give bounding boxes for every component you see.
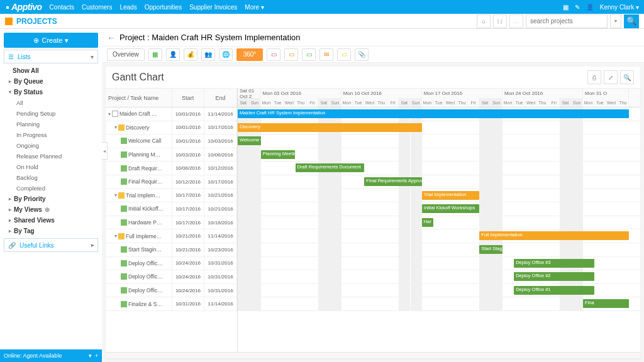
chart-icon[interactable]: ⫿⫿: [493, 14, 507, 28]
gantt-bar[interactable]: Deploy Office #2: [514, 272, 594, 281]
bell-icon[interactable]: ✎: [575, 4, 580, 11]
toggle-icon[interactable]: ▾: [114, 124, 117, 130]
nav-item[interactable]: More ▾: [245, 4, 264, 11]
task-row[interactable]: Welcome Call10/01/201610/03/2016: [106, 134, 237, 148]
gantt-bar[interactable]: Planning Meeting: [261, 150, 296, 159]
gantt-bar[interactable]: Initial Kickoff Workshops: [422, 204, 480, 213]
task-row[interactable]: ▾Discovery10/01/201610/17/2016: [106, 121, 237, 135]
task-row[interactable]: Final Requir…10/12/201610/17/2016: [106, 175, 237, 189]
sidebar-item[interactable]: Ongoing: [4, 140, 98, 151]
gantt-timeline[interactable]: Sat 01 Oct 2Mon 03 Oct 2016Mon 10 Oct 20…: [238, 89, 640, 352]
task-row[interactable]: Planning M…10/03/201610/06/2016: [106, 148, 237, 162]
search-dropdown[interactable]: ▾: [610, 14, 621, 28]
nav-item[interactable]: Opportunities: [145, 4, 182, 11]
task-row[interactable]: ▾Full Impleme…10/21/201611/14/2016: [106, 229, 237, 243]
task-row[interactable]: Deploy Offic…10/24/201610/31/2016: [106, 257, 237, 271]
sidebar-group[interactable]: ▸ Shared Views: [4, 215, 98, 226]
sidebar-item[interactable]: Planning: [4, 119, 98, 129]
home-icon[interactable]: ⌂: [477, 14, 491, 28]
gantt-bar[interactable]: Trial Implementation: [422, 191, 480, 200]
tab-cal3-icon[interactable]: ▭: [302, 48, 316, 61]
task-icon: [121, 138, 127, 144]
tab-mail-icon[interactable]: ✉: [319, 48, 333, 61]
sidebar-group[interactable]: ▾ By Status: [4, 87, 98, 97]
toggle-icon[interactable]: ▾: [114, 233, 117, 239]
nav-item[interactable]: Leads: [119, 4, 136, 11]
sidebar-item[interactable]: In Progress: [4, 129, 98, 140]
task-row[interactable]: Hardware P…10/17/201610/18/2016: [106, 216, 237, 230]
task-row[interactable]: Finalize & S…10/31/201611/14/2016: [106, 297, 237, 311]
task-list: Project / Task Name Start End ▾Maiden Cr…: [106, 89, 238, 352]
nav-item[interactable]: Customers: [82, 4, 112, 11]
gantt-bar[interactable]: Final Requirements Approval: [364, 177, 422, 186]
gantt-row: Discovery: [238, 121, 640, 135]
nav-item[interactable]: Contacts: [50, 4, 74, 11]
useful-links[interactable]: 🔗 Useful Links ▾: [4, 238, 98, 252]
tab-360[interactable]: 360°: [236, 48, 264, 61]
gantt-row: Deploy Office #2: [238, 270, 640, 284]
top-nav: Apptivo ContactsCustomersLeadsOpportunit…: [0, 0, 644, 14]
gantt-bar[interactable]: Maiden Craft HR System Implementation: [238, 109, 629, 118]
tab-globe-icon[interactable]: 🌐: [219, 48, 233, 61]
print-icon[interactable]: ⎙: [587, 70, 601, 84]
sidebar-item[interactable]: Backlog: [4, 172, 98, 183]
gantt-bar[interactable]: Start Stagin: [479, 245, 502, 254]
search-button[interactable]: 🔍: [624, 14, 639, 28]
nav-item[interactable]: Supplier Invoices: [189, 4, 237, 11]
sidebar-item[interactable]: Pending Setup: [4, 108, 98, 119]
day-label: Thu: [537, 98, 548, 107]
tab-checklist-icon[interactable]: ▦: [148, 48, 162, 61]
tab-attach-icon[interactable]: 📎: [355, 48, 369, 61]
toggle-icon[interactable]: ▾: [114, 192, 117, 198]
sidebar-group[interactable]: ▸ My Views ⊕: [4, 204, 98, 215]
gantt-bar[interactable]: Deploy Office #1: [514, 286, 594, 295]
task-row[interactable]: Start Stagin…10/21/201610/23/2016: [106, 243, 237, 257]
more-icon[interactable]: …: [509, 14, 523, 28]
task-row[interactable]: Deploy Offic…10/24/201610/31/2016: [106, 270, 237, 284]
day-label: Sat: [238, 98, 249, 107]
task-row[interactable]: ▾Trial Implem…10/17/201610/21/2016: [106, 189, 237, 203]
sidebar-group[interactable]: ▸ By Tag: [4, 226, 98, 236]
zoom-icon[interactable]: 🔍: [620, 70, 634, 84]
zoom-out-icon[interactable]: ⤢: [604, 70, 618, 84]
lists-header[interactable]: ☰ Lists ▾: [4, 50, 98, 63]
gantt-bar[interactable]: Full Implementation: [479, 231, 629, 240]
logo[interactable]: Apptivo: [5, 2, 42, 12]
gantt-bar[interactable]: Deploy Office #3: [514, 259, 594, 268]
tab-money-icon[interactable]: 💰: [184, 48, 197, 61]
sidebar-item[interactable]: Completed: [4, 183, 98, 194]
gantt-bar[interactable]: Fina: [583, 299, 629, 308]
tab-team-icon[interactable]: 👥: [201, 48, 215, 61]
create-button[interactable]: ⊕Create ▾: [4, 33, 98, 48]
search-input[interactable]: [526, 14, 608, 28]
tab-cal2-icon[interactable]: ▭: [284, 48, 298, 61]
gantt-bar[interactable]: Welcome C: [238, 136, 261, 145]
sidebar-group[interactable]: ▸ By Priority: [4, 194, 98, 204]
tab-people-icon[interactable]: 👤: [166, 48, 180, 61]
sidebar-group[interactable]: ▸ By Queue: [4, 76, 98, 87]
gantt-bar[interactable]: Discovery: [238, 123, 422, 132]
task-row[interactable]: Draft Requir…10/06/201610/12/2016: [106, 162, 237, 175]
toggle-icon[interactable]: ▾: [108, 111, 111, 117]
gantt-bar[interactable]: Draft Requirements Document: [296, 163, 365, 172]
sidebar-item[interactable]: On Hold: [4, 162, 98, 172]
task-end: 10/21/2016: [204, 202, 237, 216]
task-name: Welcome Call: [128, 138, 161, 144]
task-row[interactable]: ▾Maiden Craft …10/01/201611/14/2016: [106, 107, 237, 121]
avatar-icon[interactable]: 👤: [586, 4, 594, 11]
back-button[interactable]: ←: [107, 33, 116, 43]
day-label: Mon: [422, 98, 433, 107]
apps-icon[interactable]: ▦: [563, 4, 569, 11]
sidebar-item[interactable]: All: [4, 97, 98, 108]
gantt-row: Maiden Craft HR System Implementation: [238, 107, 640, 121]
sidebar-show-all[interactable]: Show All: [4, 65, 98, 76]
tab-overview[interactable]: Overview: [107, 48, 145, 61]
tab-note-icon[interactable]: ▭: [337, 48, 351, 61]
task-row[interactable]: Deploy Offic…10/24/201610/31/2016: [106, 284, 237, 298]
user-menu[interactable]: Kenny Clark ▾: [600, 4, 639, 11]
chat-status-bar[interactable]: Online: Agent Available ▾ +: [0, 349, 102, 362]
tab-cal1-icon[interactable]: ▭: [267, 48, 280, 61]
task-row[interactable]: Initial Kickoff…10/17/201610/21/2016: [106, 202, 237, 216]
sidebar-item[interactable]: Release Planned: [4, 151, 98, 162]
gantt-bar[interactable]: Har: [422, 218, 433, 227]
